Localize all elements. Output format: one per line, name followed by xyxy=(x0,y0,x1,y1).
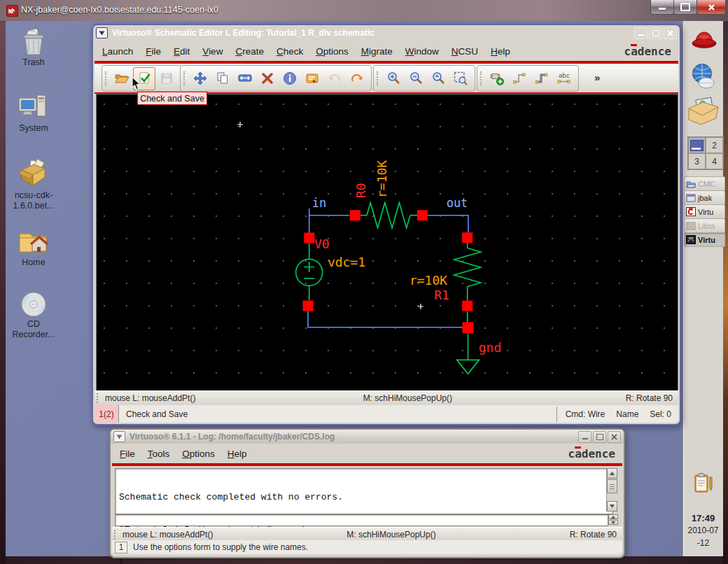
menu-options[interactable]: Options xyxy=(176,449,221,459)
redo-button[interactable] xyxy=(346,67,368,90)
label-r1-value[interactable]: r=10K xyxy=(410,273,447,288)
undo-icon xyxy=(327,71,342,86)
panel-clock-time[interactable]: 17:49 xyxy=(683,513,723,523)
menu-file[interactable]: File xyxy=(113,449,141,459)
command-input[interactable] xyxy=(115,514,608,526)
scroll-thumb[interactable] xyxy=(607,479,617,493)
menu-view[interactable]: View xyxy=(196,46,229,57)
window-close-button[interactable] xyxy=(664,27,677,39)
redhat-menu-icon[interactable] xyxy=(691,28,718,57)
schematic-menubar: Launch File Edit View Create Check Optio… xyxy=(96,41,677,61)
nx-close-button[interactable] xyxy=(696,0,726,15)
undo-button[interactable] xyxy=(323,67,346,90)
vsource-V0[interactable] xyxy=(296,244,323,301)
task-button-virtuoso-log[interactable]: Virtu xyxy=(684,204,725,219)
clipboard-icon[interactable] xyxy=(694,472,713,496)
create-wire-label-button[interactable]: abc xyxy=(553,67,575,90)
task-button-virtuoso-schematic[interactable]: Virtu xyxy=(684,232,725,247)
floppy-disk-icon xyxy=(159,71,174,86)
menu-file[interactable]: File xyxy=(139,46,167,57)
desktop-icon-cd-recorder[interactable]: CD Recorder... xyxy=(2,290,65,340)
properties-button[interactable] xyxy=(279,67,301,90)
task-button-cmc[interactable]: CMC xyxy=(684,176,725,191)
scroll-down-button[interactable] xyxy=(607,501,617,512)
nx-minimize-button[interactable] xyxy=(650,0,674,15)
net-label-in[interactable]: in xyxy=(312,196,326,210)
label-r0-name[interactable]: R0 xyxy=(354,183,368,198)
toolbar-overflow-button[interactable]: » xyxy=(594,71,600,83)
statusbar-handle xyxy=(114,530,118,540)
label-r0-value[interactable]: r=10K xyxy=(374,160,389,198)
net-label-out[interactable]: out xyxy=(447,196,468,210)
input-spinner[interactable] xyxy=(608,514,617,525)
workspace-3[interactable]: 3 xyxy=(688,153,706,169)
window-close-button[interactable] xyxy=(608,431,621,443)
menu-check[interactable]: Check xyxy=(270,46,309,57)
panel-clock-date-2[interactable]: -12 xyxy=(683,538,723,548)
zoom-out-button[interactable] xyxy=(405,67,427,90)
desktop-icon-trash[interactable]: Trash xyxy=(2,28,65,68)
window-menu-icon[interactable] xyxy=(96,27,108,38)
log-scrollbar[interactable] xyxy=(606,468,617,512)
zoom-to-point-button[interactable] xyxy=(427,67,449,90)
log-window-titlebar[interactable]: Virtuoso® 6.1.1 - Log: /home/faculty/jba… xyxy=(111,430,624,444)
zoom-fit-button[interactable] xyxy=(449,67,472,90)
gnd-symbol[interactable] xyxy=(457,311,479,374)
label-v0-value[interactable]: vdc=1 xyxy=(328,255,365,269)
schematic-window-titlebar[interactable]: Virtuoso® Schematic Editor L Editing: Tu… xyxy=(93,25,680,41)
task-button-library[interactable]: Libra xyxy=(684,218,725,233)
task-button-jbak[interactable]: jbak xyxy=(684,190,725,205)
menu-create[interactable]: Create xyxy=(229,46,270,57)
status-mouse-left: mouse L: mouseAddPt() xyxy=(105,393,195,403)
menu-ncsu[interactable]: NCSU xyxy=(445,46,484,57)
desktop-icon-ncsu-cdk[interactable]: ncsu-cdk- 1.6.0.bet... xyxy=(2,158,65,211)
save-button[interactable] xyxy=(155,67,178,90)
descend-edit-button[interactable] xyxy=(301,67,323,90)
workspace-2[interactable]: 2 xyxy=(706,137,723,153)
window-minimize-button[interactable] xyxy=(634,27,648,39)
menu-tools[interactable]: Tools xyxy=(141,449,176,459)
desktop-icon-home[interactable]: Home xyxy=(2,227,65,268)
log-output-area[interactable]: Schematic check completed with no errors… xyxy=(115,468,613,514)
label-gnd[interactable]: gnd xyxy=(479,340,502,355)
window-icon xyxy=(686,194,696,202)
stretch-button[interactable] xyxy=(234,67,256,90)
desktop-icon-system[interactable]: System xyxy=(2,92,65,134)
menu-launch[interactable]: Launch xyxy=(96,46,139,57)
resistor-R0[interactable] xyxy=(360,203,417,228)
status-mouse-middle: M: schHiMousePopUp() xyxy=(363,393,452,403)
label-r1-name[interactable]: R1 xyxy=(434,288,449,302)
nx-titlebar: NX-jbaker@coen-lx0.boisestate.edu:1145-c… xyxy=(0,0,728,22)
scroll-up-button[interactable] xyxy=(607,468,617,479)
zoom-in-button[interactable] xyxy=(382,67,405,90)
create-wide-wire-button[interactable] xyxy=(531,67,553,90)
delete-button[interactable] xyxy=(256,67,279,90)
menu-edit[interactable]: Edit xyxy=(167,46,196,57)
resistor-R1[interactable] xyxy=(454,243,481,300)
web-browser-icon[interactable] xyxy=(689,62,718,95)
mail-photo-icon[interactable] xyxy=(687,97,720,130)
window-minimize-button[interactable] xyxy=(578,431,592,443)
label-v0-name[interactable]: V0 xyxy=(314,237,330,251)
pin-squares[interactable] xyxy=(303,210,474,333)
create-instance-button[interactable] xyxy=(486,67,508,90)
create-wire-button[interactable] xyxy=(508,67,531,90)
copy-button[interactable] xyxy=(211,67,234,90)
workspace-1[interactable] xyxy=(688,137,706,153)
menu-help[interactable]: Help xyxy=(221,449,253,459)
menu-options[interactable]: Options xyxy=(309,46,355,57)
window-menu-icon[interactable] xyxy=(113,431,125,442)
window-maximize-button[interactable] xyxy=(649,27,662,39)
nx-maximize-button[interactable] xyxy=(673,0,697,15)
panel-clock-date[interactable]: 2010-07 xyxy=(683,526,723,535)
schematic-canvas[interactable]: in out R0 V0 R1 gnd r=10K vdc=1 r=10K xyxy=(96,94,678,391)
open-button[interactable] xyxy=(111,67,133,90)
menu-help[interactable]: Help xyxy=(484,46,517,57)
open-folder-icon xyxy=(114,71,130,86)
menu-migrate[interactable]: Migrate xyxy=(355,46,399,57)
menu-window[interactable]: Window xyxy=(399,46,445,57)
move-button[interactable] xyxy=(189,67,211,90)
window-maximize-button[interactable] xyxy=(593,431,606,443)
info-icon xyxy=(282,71,298,86)
workspace-4[interactable]: 4 xyxy=(706,153,723,169)
